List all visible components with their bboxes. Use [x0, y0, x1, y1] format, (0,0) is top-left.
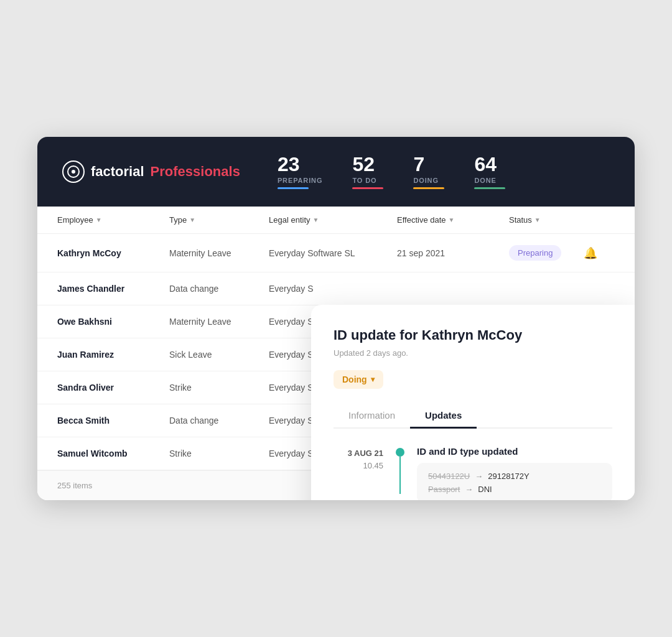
cell-type: Data change [169, 284, 269, 294]
cell-type: Data change [169, 416, 269, 425]
timeline-clock: 10.45 [334, 460, 383, 472]
arrow-icon: → [475, 472, 483, 481]
cell-entity: Everyday Software SL [269, 248, 397, 258]
app-header: factorial Professionals 23 PREPARING 52 … [37, 137, 635, 207]
timeline-event-title: ID and ID type updated [417, 446, 612, 457]
change-old: Passport [428, 485, 460, 494]
change-line: 50443122U → 29128172Y [428, 472, 601, 481]
th-date[interactable]: Effective date ▼ [397, 215, 509, 225]
date-sort-icon: ▼ [449, 216, 455, 223]
timeline-date: 3 AUG 21 [334, 447, 383, 460]
cell-type: Sick Leave [169, 350, 269, 360]
entity-sort-icon: ▼ [313, 216, 319, 223]
timeline-dot [396, 448, 404, 457]
change-old: 50443122U [428, 472, 470, 481]
stat-preparing-label: PREPARING [278, 177, 323, 184]
bell-icon[interactable]: 🔔 [584, 247, 597, 259]
change-new: DNI [478, 485, 492, 494]
timeline-line [399, 457, 401, 494]
app-logo: factorial Professionals [62, 160, 240, 183]
cell-status: Preparing [509, 245, 584, 261]
stat-todo[interactable]: 52 TO DO [352, 154, 383, 189]
stat-todo-number: 52 [352, 154, 375, 174]
stat-doing-bar [413, 187, 444, 189]
tab-updates[interactable]: Updates [410, 404, 477, 429]
change-new: 29128172Y [488, 472, 530, 481]
panel-tabs: Information Updates [334, 404, 612, 429]
timeline-item: 3 AUG 21 10.45 ID and ID type updated 50… [334, 446, 612, 500]
table-row[interactable]: James Chandler Data change Everyday S [37, 272, 635, 305]
cell-employee-name: Juan Ramirez [57, 350, 169, 360]
svg-point-2 [72, 170, 75, 174]
cell-bell: 🔔 [584, 246, 615, 260]
cell-type: Maternity Leave [169, 248, 269, 258]
th-actions [584, 215, 615, 225]
timeline-connector [396, 446, 404, 494]
cell-employee-name: Kathryn McCoy [57, 248, 169, 258]
stat-done-label: DONE [474, 177, 496, 184]
arrow-icon: → [465, 485, 473, 494]
status-dropdown[interactable]: Doing ▾ [334, 370, 383, 389]
cell-type: Strike [169, 449, 269, 458]
stat-doing-label: DOING [413, 177, 438, 184]
timeline: 3 AUG 21 10.45 ID and ID type updated 50… [334, 446, 612, 500]
stat-doing[interactable]: 7 DOING [413, 154, 444, 189]
detail-panel: ID update for Kathryn McCoy Updated 2 da… [311, 305, 635, 500]
logo-professionals: Professionals [151, 164, 240, 180]
stat-todo-label: TO DO [352, 177, 376, 184]
timeline-change-box: 50443122U → 29128172Y Passport → DNI [417, 463, 612, 500]
panel-updated: Updated 2 days ago. [334, 348, 612, 358]
stat-done[interactable]: 64 DONE [474, 154, 505, 189]
timeline-content: ID and ID type updated 50443122U → 29128… [417, 446, 612, 500]
th-status[interactable]: Status ▼ [509, 215, 584, 225]
stat-doing-number: 7 [413, 154, 424, 174]
type-sort-icon: ▼ [189, 216, 195, 223]
table-header: Employee ▼ Type ▼ Legal entity ▼ Effecti… [37, 207, 635, 234]
cell-type: Maternity Leave [169, 317, 269, 327]
cell-employee-name: James Chandler [57, 284, 169, 294]
cell-employee-name: Samuel Witcomb [57, 449, 169, 458]
status-sort-icon: ▼ [534, 216, 541, 223]
employee-sort-icon: ▼ [96, 216, 102, 223]
timeline-time: 3 AUG 21 10.45 [334, 446, 383, 472]
change-line: Passport → DNI [428, 485, 601, 494]
stat-preparing-bar [278, 187, 309, 189]
stats-bar: 23 PREPARING 52 TO DO 7 DOING 64 DONE [278, 154, 506, 189]
th-entity[interactable]: Legal entity ▼ [269, 215, 397, 225]
status-badge-label: Doing [342, 374, 367, 384]
app-container: factorial Professionals 23 PREPARING 52 … [37, 137, 635, 500]
stat-preparing-number: 23 [278, 154, 300, 174]
chevron-down-icon: ▾ [371, 375, 375, 384]
stat-done-bar [474, 187, 505, 189]
stat-done-number: 64 [474, 154, 497, 174]
tab-information[interactable]: Information [334, 404, 410, 429]
cell-entity: Everyday S [269, 284, 397, 294]
th-employee[interactable]: Employee ▼ [57, 215, 169, 225]
stat-preparing[interactable]: 23 PREPARING [278, 154, 323, 189]
cell-type: Strike [169, 383, 269, 393]
cell-date: 21 sep 2021 [397, 248, 509, 258]
cell-employee-name: Becca Smith [57, 416, 169, 425]
table-row[interactable]: Kathryn McCoy Maternity Leave Everyday S… [37, 234, 635, 272]
cell-employee-name: Sandra Oliver [57, 383, 169, 393]
panel-title: ID update for Kathryn McCoy [334, 327, 612, 343]
stat-todo-bar [352, 187, 383, 189]
cell-employee-name: Owe Bakhsni [57, 317, 169, 327]
logo-factorial: factorial [91, 164, 144, 180]
th-type[interactable]: Type ▼ [169, 215, 269, 225]
